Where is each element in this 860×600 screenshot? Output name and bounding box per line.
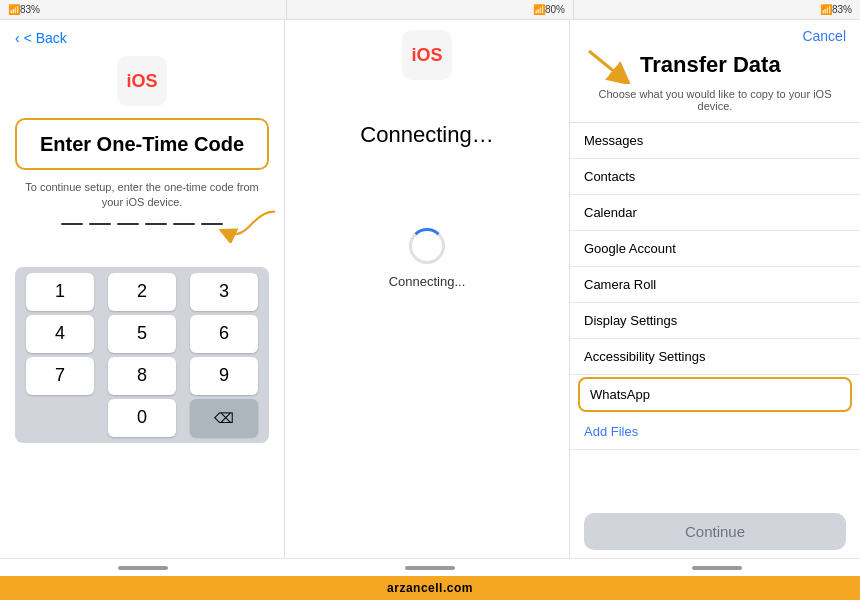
dash-4 xyxy=(145,223,167,225)
key-1[interactable]: 1 xyxy=(26,273,94,311)
transfer-item-calendar[interactable]: Calendar xyxy=(570,195,860,231)
code-dashes xyxy=(15,223,269,225)
numpad-row-1: 1 2 3 xyxy=(19,273,265,311)
key-2[interactable]: 2 xyxy=(108,273,176,311)
battery-left: 83% xyxy=(20,4,40,15)
dash-2 xyxy=(89,223,111,225)
transfer-arrow-icon xyxy=(584,46,634,84)
dash-3 xyxy=(117,223,139,225)
back-button[interactable]: ‹ < Back xyxy=(15,30,269,46)
transfer-item-display-settings[interactable]: Display Settings xyxy=(570,303,860,339)
signal-icons-left: 📶 xyxy=(8,4,20,15)
numpad: 1 2 3 4 5 6 7 8 9 0 ⌫ xyxy=(15,267,269,443)
key-6[interactable]: 6 xyxy=(190,315,258,353)
home-bar-middle xyxy=(405,566,455,570)
key-4[interactable]: 4 xyxy=(26,315,94,353)
key-0[interactable]: 0 xyxy=(108,399,176,437)
key-delete[interactable]: ⌫ xyxy=(190,399,258,437)
status-left: 📶 83% xyxy=(0,0,287,20)
transfer-item-contacts[interactable]: Contacts xyxy=(570,159,860,195)
status-bar: 📶 83% 📶 80% 📶 83% xyxy=(0,0,860,20)
footer-text: arzancell.com xyxy=(387,581,473,595)
dash-5 xyxy=(173,223,195,225)
panel-transfer-data: Cancel Transfer Data Choose what you wou… xyxy=(570,20,860,558)
home-indicator-middle xyxy=(287,558,574,576)
key-7[interactable]: 7 xyxy=(26,357,94,395)
cancel-button[interactable]: Cancel xyxy=(584,28,846,44)
continue-button[interactable]: Continue xyxy=(584,513,846,550)
arrow-to-dashes-icon xyxy=(219,203,279,243)
signal-icons-right: 📶 xyxy=(820,4,832,15)
home-indicator-left xyxy=(0,558,287,576)
footer: arzancell.com xyxy=(0,576,860,600)
panel-one-time-code: ‹ < Back iOS Enter One-Time Code To cont… xyxy=(0,20,285,558)
status-right: 📶 83% xyxy=(574,0,860,20)
back-chevron-icon: ‹ xyxy=(15,30,20,46)
home-indicators xyxy=(0,558,860,576)
connecting-label: Connecting... xyxy=(389,274,466,289)
panel-connecting: iOS Connecting… Connecting... xyxy=(285,20,570,558)
main-content: ‹ < Back iOS Enter One-Time Code To cont… xyxy=(0,20,860,558)
back-label: < Back xyxy=(24,30,67,46)
transfer-item-messages[interactable]: Messages xyxy=(570,123,860,159)
ios-logo-container: iOS xyxy=(15,56,269,106)
numpad-row-2: 4 5 6 xyxy=(19,315,265,353)
numpad-row-3: 7 8 9 xyxy=(19,357,265,395)
transfer-title-row: Transfer Data xyxy=(584,46,846,84)
transfer-item-add-files[interactable]: Add Files xyxy=(570,414,860,450)
key-5[interactable]: 5 xyxy=(108,315,176,353)
one-time-code-title: Enter One-Time Code xyxy=(29,132,255,156)
connecting-title: Connecting… xyxy=(360,122,493,148)
home-bar-left xyxy=(118,566,168,570)
status-middle: 📶 80% xyxy=(287,0,574,20)
key-3[interactable]: 3 xyxy=(190,273,258,311)
loading-spinner xyxy=(409,228,445,264)
transfer-list: Messages Contacts Calendar Google Accoun… xyxy=(570,123,860,507)
ios-logo-2: iOS xyxy=(402,30,452,80)
ios-logo-container-2: iOS xyxy=(402,30,452,80)
battery-middle: 80% xyxy=(545,4,565,15)
ios-logo-text-2: iOS xyxy=(411,45,442,66)
transfer-header: Cancel Transfer Data Choose what you wou… xyxy=(570,20,860,123)
transfer-item-google-account[interactable]: Google Account xyxy=(570,231,860,267)
transfer-item-camera-roll[interactable]: Camera Roll xyxy=(570,267,860,303)
transfer-item-accessibility-settings[interactable]: Accessibility Settings xyxy=(570,339,860,375)
numpad-row-4: 0 ⌫ xyxy=(19,399,265,437)
ios-logo-text: iOS xyxy=(126,71,157,92)
one-time-code-box: Enter One-Time Code xyxy=(15,118,269,170)
dash-1 xyxy=(61,223,83,225)
transfer-title: Transfer Data xyxy=(640,52,781,78)
spinner-container: Connecting... xyxy=(389,228,466,289)
home-indicator-right xyxy=(573,558,860,576)
home-bar-right xyxy=(692,566,742,570)
battery-right: 83% xyxy=(832,4,852,15)
ios-logo: iOS xyxy=(117,56,167,106)
key-9[interactable]: 9 xyxy=(190,357,258,395)
transfer-item-whatsapp[interactable]: WhatsApp xyxy=(578,377,852,412)
signal-icons-middle: 📶 xyxy=(533,4,545,15)
transfer-subtitle: Choose what you would like to copy to yo… xyxy=(584,88,846,112)
key-empty xyxy=(26,399,94,437)
key-8[interactable]: 8 xyxy=(108,357,176,395)
